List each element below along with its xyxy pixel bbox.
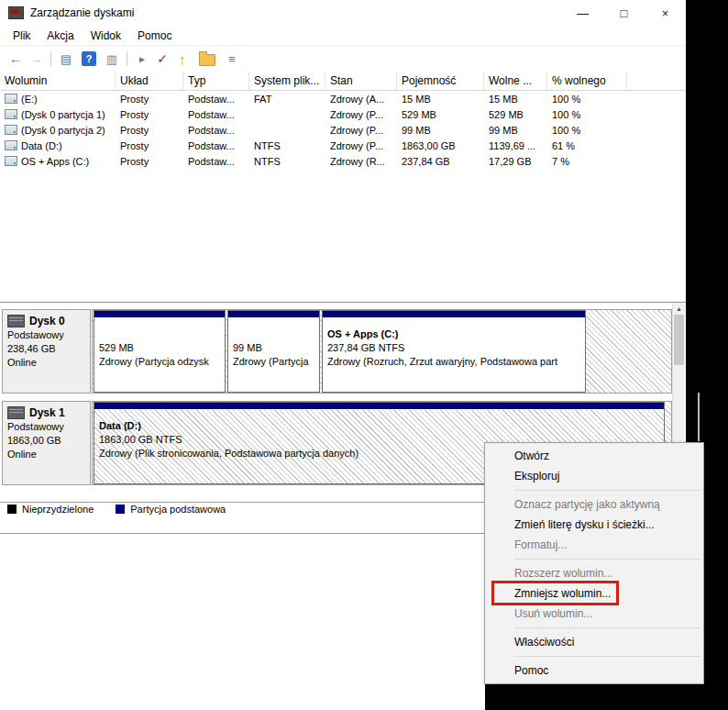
open-folder-icon[interactable] bbox=[199, 54, 215, 66]
cell-layout: Prosty bbox=[116, 125, 183, 136]
primary-partition-swatch bbox=[116, 505, 125, 514]
scroll-thumb[interactable] bbox=[674, 315, 684, 365]
forward-icon[interactable]: → bbox=[26, 49, 46, 69]
legend-label: Partycja podstawowa bbox=[130, 504, 226, 515]
volume-name: (Dysk 0 partycja 2) bbox=[21, 125, 105, 136]
cell-type: Podstaw... bbox=[183, 140, 249, 151]
volume-row-disk0-part1[interactable]: (Dysk 0 partycja 1) Prosty Podstaw... Zd… bbox=[0, 106, 686, 122]
cell-capacity: 529 MB bbox=[397, 109, 484, 120]
disk-kind: Podstawowy bbox=[7, 329, 90, 341]
menu-item-label: Zmniejsz wolumin... bbox=[514, 587, 611, 600]
volume-row-e[interactable]: (E:) Prosty Podstaw... FAT Zdrowy (A... … bbox=[0, 91, 686, 106]
partition-size: 237,84 GB NTFS bbox=[327, 341, 580, 355]
check-disk-icon[interactable]: ✓ bbox=[152, 49, 172, 69]
show-console-tree-icon[interactable]: ▤ bbox=[56, 49, 76, 69]
menu-item-open[interactable]: Otwórz bbox=[485, 446, 703, 466]
cell-type: Podstaw... bbox=[183, 156, 249, 167]
drive-icon bbox=[5, 156, 17, 166]
cell-free: 99 MB bbox=[484, 125, 547, 136]
app-icon bbox=[8, 6, 24, 19]
disk-status: Online bbox=[7, 357, 90, 369]
disk-status: Online bbox=[7, 449, 90, 460]
menu-item-properties[interactable]: Właściwości bbox=[485, 632, 703, 652]
back-icon[interactable]: ← bbox=[6, 49, 26, 69]
table-header: Wolumin Układ Typ System plik... Stan Po… bbox=[0, 72, 686, 91]
partition-color-stripe bbox=[94, 403, 664, 410]
cell-status: Zdrowy (R... bbox=[325, 156, 397, 167]
partition-efi[interactable]: 99 MB Zdrowy (Partycja bbox=[227, 310, 320, 393]
volume-row-os-c[interactable]: OS + Apps (C:) Prosty Podstaw... NTFS Zd… bbox=[0, 153, 686, 169]
column-header-layout[interactable]: Układ bbox=[116, 72, 183, 90]
cell-capacity: 15 MB bbox=[397, 94, 484, 105]
desktop: Zarządzanie dyskami — □ × Plik Akcja Wid… bbox=[0, 0, 728, 710]
export-list-icon[interactable]: ≡ bbox=[222, 49, 242, 69]
partition-recovery[interactable]: 529 MB Zdrowy (Partycja odzysk bbox=[94, 310, 226, 393]
cell-status: Zdrowy (P... bbox=[325, 125, 397, 136]
menu-item-shrink-volume[interactable]: Zmniejsz wolumin... bbox=[485, 583, 703, 604]
menu-item-mark-partition-active: Oznacz partycję jako aktywną bbox=[485, 494, 703, 515]
disk-size: 238,46 GB bbox=[7, 343, 90, 355]
cell-status: Zdrowy (P... bbox=[325, 140, 397, 151]
cell-volume: (E:) bbox=[0, 94, 116, 105]
cell-layout: Prosty bbox=[116, 109, 183, 120]
cell-status: Zdrowy (P... bbox=[325, 109, 397, 120]
menu-widok[interactable]: Widok bbox=[83, 27, 129, 45]
disk-1-label[interactable]: Dysk 1 Podstawowy 1863,00 GB Online bbox=[2, 401, 91, 485]
menu-item-explore[interactable]: Eksploruj bbox=[485, 466, 703, 486]
menu-separator bbox=[514, 656, 700, 657]
volume-row-disk0-part2[interactable]: (Dysk 0 partycja 2) Prosty Podstaw... Zd… bbox=[0, 122, 686, 138]
cell-free: 1139,69 ... bbox=[484, 140, 547, 151]
disk-name: Dysk 1 bbox=[29, 406, 65, 419]
menu-separator bbox=[514, 490, 700, 491]
menu-separator bbox=[514, 559, 700, 560]
disk-kind: Podstawowy bbox=[7, 421, 90, 433]
pointer-icon[interactable]: ► bbox=[132, 49, 152, 69]
menu-plik[interactable]: Plik bbox=[5, 27, 39, 45]
column-header-capacity[interactable]: Pojemność bbox=[397, 72, 484, 90]
menu-item-format: Formatuj... bbox=[485, 535, 703, 555]
cell-volume: (Dysk 0 partycja 1) bbox=[0, 109, 116, 120]
show-action-pane-icon[interactable]: ▥ bbox=[102, 49, 122, 69]
up-arrow-icon[interactable]: ↑ bbox=[172, 49, 193, 69]
cell-percent-free: 100 % bbox=[547, 109, 627, 120]
partition-title bbox=[233, 327, 314, 341]
cell-capacity: 1863,00 GB bbox=[397, 140, 484, 151]
partition-title bbox=[99, 327, 220, 341]
minimize-button[interactable]: — bbox=[562, 0, 603, 26]
cell-percent-free: 61 % bbox=[547, 140, 627, 151]
cell-percent-free: 100 % bbox=[547, 125, 627, 136]
cell-layout: Prosty bbox=[116, 94, 183, 105]
volume-list-pane: Wolumin Układ Typ System plik... Stan Po… bbox=[0, 72, 686, 303]
maximize-button[interactable]: □ bbox=[603, 0, 645, 26]
title-bar: Zarządzanie dyskami — □ × bbox=[0, 0, 686, 26]
column-header-filesystem[interactable]: System plik... bbox=[249, 72, 325, 90]
menu-bar: Plik Akcja Widok Pomoc bbox=[0, 26, 686, 45]
disk-size: 1863,00 GB bbox=[7, 435, 90, 447]
column-header-status[interactable]: Stan bbox=[325, 72, 397, 90]
column-header-free[interactable]: Wolne ... bbox=[484, 72, 547, 90]
menu-item-delete-volume: Usuń wolumin... bbox=[485, 604, 703, 624]
disk-0-label[interactable]: Dysk 0 Podstawowy 238,46 GB Online bbox=[2, 309, 91, 394]
menu-item-help[interactable]: Pomoc bbox=[485, 660, 703, 681]
volume-row-data-d[interactable]: Data (D:) Prosty Podstaw... NTFS Zdrowy … bbox=[0, 138, 686, 153]
cell-percent-free: 100 % bbox=[547, 94, 627, 105]
close-button[interactable]: × bbox=[645, 0, 686, 26]
menu-item-change-drive-letter[interactable]: Zmień literę dysku i ścieżki... bbox=[485, 515, 703, 535]
column-header-type[interactable]: Typ bbox=[183, 72, 249, 90]
menu-akcja[interactable]: Akcja bbox=[39, 27, 82, 45]
disk-0-graph: 529 MB Zdrowy (Partycja odzysk 99 MB Zdr… bbox=[92, 309, 672, 394]
help-icon[interactable]: ? bbox=[82, 51, 96, 66]
partition-title: OS + Apps (C:) bbox=[327, 327, 580, 341]
scroll-up-icon[interactable]: ▲ bbox=[673, 303, 685, 315]
cell-type: Podstaw... bbox=[183, 125, 249, 136]
column-header-percent-free[interactable]: % wolnego bbox=[547, 72, 627, 90]
partition-status: Zdrowy (Partycja bbox=[233, 355, 314, 369]
cell-type: Podstaw... bbox=[183, 109, 249, 120]
column-header-volume[interactable]: Wolumin bbox=[0, 72, 116, 90]
partition-os-c[interactable]: OS + Apps (C:) 237,84 GB NTFS Zdrowy (Ro… bbox=[322, 310, 586, 393]
cell-filesystem: NTFS bbox=[249, 156, 325, 167]
disk-icon bbox=[7, 315, 25, 327]
drive-icon bbox=[5, 140, 17, 150]
menu-pomoc[interactable]: Pomoc bbox=[129, 27, 180, 45]
context-menu: Otwórz Eksploruj Oznacz partycję jako ak… bbox=[484, 442, 704, 684]
